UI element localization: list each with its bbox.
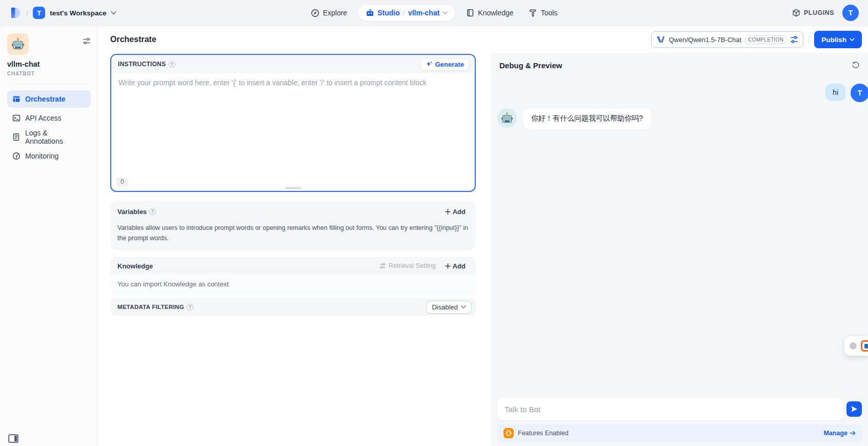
chat-message-list: hi T: [497, 84, 862, 129]
prompt-editor[interactable]: [111, 73, 475, 161]
publish-button[interactable]: Publish: [814, 31, 862, 48]
nav-explore-label: Explore: [323, 9, 347, 17]
metadata-filtering-value: Disabled: [432, 303, 458, 311]
assistant-message-bubble: 你好！有什么问题我可以帮助你吗?: [523, 108, 651, 129]
app-window: / T test's Workspace Explore Studio / vl…: [0, 0, 868, 446]
instructions-info-icon[interactable]: ?: [169, 61, 175, 68]
sparkle-icon: [426, 61, 433, 68]
orchestrate-icon: [12, 95, 21, 103]
nav-studio-active[interactable]: Studio / vllm-chat: [358, 5, 455, 21]
app-operations-icon[interactable]: [83, 37, 91, 45]
studio-app-chevron-down-icon[interactable]: [442, 11, 448, 15]
studio-slash: /: [403, 9, 405, 17]
knowledge-description: You can import Knowledge as context: [110, 275, 476, 295]
features-enabled-label: Features Enabled: [518, 430, 569, 437]
resize-drag-handle[interactable]: [285, 187, 301, 189]
model-name: Qwen/Qwen1.5-7B-Chat: [669, 36, 741, 44]
content-topbar: Orchestrate Qwen/Qwen1.5-7B-Chat COMPLET…: [97, 26, 868, 53]
retrieval-setting-button[interactable]: Retrieval Setting: [379, 262, 436, 269]
plus-icon: [445, 263, 451, 269]
features-bar: Features Enabled Manage: [497, 424, 862, 442]
variables-info-icon[interactable]: ?: [149, 208, 156, 215]
studio-robot-icon: [366, 9, 374, 17]
vllm-logo-icon: [656, 36, 665, 43]
manage-features-link[interactable]: Manage: [823, 430, 856, 437]
chat-input[interactable]: [497, 398, 843, 420]
metadata-info-icon[interactable]: ?: [187, 304, 193, 311]
knowledge-section: Knowledge Retrieval Setting: [110, 257, 476, 295]
manage-label: Manage: [823, 430, 847, 437]
nav-tools-label: Tools: [541, 9, 558, 17]
plugins-label: PLUGINS: [804, 9, 834, 16]
variables-add-button[interactable]: Add: [442, 206, 469, 217]
breadcrumb-slash: /: [26, 9, 28, 17]
generate-button[interactable]: Generate: [420, 58, 470, 71]
metadata-filtering-row: METADATA FILTERING ? Disabled: [110, 298, 476, 316]
send-button[interactable]: [846, 401, 862, 417]
app-name: vllm-chat: [7, 60, 91, 68]
main-nav: Explore Studio / vllm-chat Knowledge: [307, 0, 562, 26]
sidebar-item-orchestrate[interactable]: Orchestrate: [7, 90, 91, 108]
top-header: / T test's Workspace Explore Studio / vl…: [0, 0, 868, 26]
tools-icon: [529, 9, 537, 17]
floating-widget[interactable]: [844, 336, 868, 356]
chat-message-user: hi T: [497, 84, 868, 102]
nav-knowledge-label: Knowledge: [478, 9, 513, 17]
widget-extension-icon[interactable]: [861, 340, 868, 352]
workspace-chevron-down-icon[interactable]: [111, 11, 116, 15]
variables-add-label: Add: [453, 208, 466, 216]
widget-dot-icon: [850, 342, 857, 350]
sidebar-divider: [7, 84, 90, 84]
model-parameters-icon[interactable]: [790, 36, 798, 43]
dify-logo-icon[interactable]: [8, 6, 22, 20]
instructions-panel: INSTRUCTIONS ? Generate: [110, 54, 476, 192]
knowledge-title: Knowledge: [117, 262, 153, 270]
sidebar-item-label: Orchestrate: [25, 95, 66, 103]
restart-conversation-icon[interactable]: [851, 60, 861, 70]
plugins-icon: [792, 9, 800, 17]
app-icon[interactable]: [7, 33, 29, 55]
plugins-button[interactable]: PLUGINS: [792, 9, 834, 17]
debug-preview-pane: Debug & Preview hi T: [491, 53, 868, 446]
plus-icon: [445, 209, 451, 215]
sidebar-item-label: Logs & Annotations: [25, 129, 86, 145]
page-title: Orchestrate: [110, 35, 156, 44]
app-sidebar: vllm-chat CHATBOT Orchestrate API Access: [0, 26, 97, 446]
nav-knowledge[interactable]: Knowledge: [462, 6, 517, 20]
sidebar-item-logs-annotations[interactable]: Logs & Annotations: [7, 128, 91, 146]
variables-title: Variables: [117, 208, 147, 216]
nav-studio-label: Studio: [377, 9, 400, 17]
explore-icon: [311, 9, 319, 17]
publish-chevron-down-icon: [850, 38, 855, 42]
variables-section: Variables ? Add Variables allow users to…: [110, 201, 476, 250]
knowledge-icon: [466, 9, 474, 17]
user-avatar[interactable]: T: [842, 5, 859, 21]
app-type-label: CHATBOT: [7, 71, 91, 76]
knowledge-add-label: Add: [453, 262, 466, 270]
bot-chat-avatar: [497, 108, 517, 128]
collapse-sidebar-icon[interactable]: [8, 434, 18, 443]
nav-tools[interactable]: Tools: [525, 6, 562, 20]
chat-footer: Features Enabled Manage: [497, 398, 862, 442]
model-selector[interactable]: Qwen/Qwen1.5-7B-Chat COMPLETION: [651, 31, 803, 48]
metadata-filtering-title: METADATA FILTERING: [117, 304, 184, 310]
user-message-bubble: hi: [825, 84, 845, 101]
workspace-avatar[interactable]: T: [33, 7, 45, 19]
sidebar-item-monitoring[interactable]: Monitoring: [7, 147, 91, 165]
model-mode-badge: COMPLETION: [745, 35, 786, 44]
sidebar-item-label: Monitoring: [25, 152, 58, 160]
user-chat-avatar: T: [851, 84, 868, 102]
nav-studio-app-name: vllm-chat: [408, 9, 439, 17]
metadata-filtering-select[interactable]: Disabled: [426, 301, 472, 314]
sidebar-item-api-access[interactable]: API Access: [7, 109, 91, 127]
app-robot-icon: [11, 37, 25, 51]
topbar-divider: [809, 35, 809, 44]
orchestrate-config-pane: INSTRUCTIONS ? Generate: [97, 53, 491, 446]
features-icon: [503, 428, 514, 438]
workspace-name[interactable]: test's Workspace: [50, 9, 106, 17]
bot-robot-icon: [501, 112, 513, 124]
knowledge-add-button[interactable]: Add: [442, 261, 469, 272]
nav-explore[interactable]: Explore: [307, 6, 351, 21]
generate-label: Generate: [435, 61, 464, 68]
arrow-right-icon: [850, 431, 856, 436]
